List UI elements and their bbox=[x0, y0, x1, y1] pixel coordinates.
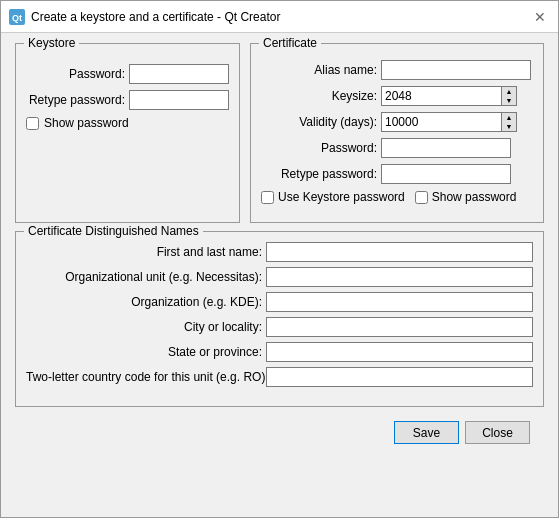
dn-section: Certificate Distinguished Names First an… bbox=[15, 231, 544, 407]
cert-keysize-up-button[interactable]: ▲ bbox=[502, 87, 516, 96]
dn-state-input[interactable] bbox=[266, 342, 533, 362]
certificate-title: Certificate bbox=[259, 36, 321, 50]
dn-org-unit-row: Organizational unit (e.g. Necessitas): bbox=[26, 267, 533, 287]
cert-keysize-label: Keysize: bbox=[261, 89, 381, 103]
cert-use-keystore-checkbox[interactable] bbox=[261, 191, 274, 204]
keystore-password-label: Password: bbox=[26, 67, 129, 81]
footer: Save Close bbox=[15, 415, 544, 452]
dn-first-last-row: First and last name: bbox=[26, 242, 533, 262]
dn-org-input[interactable] bbox=[266, 292, 533, 312]
cert-retype-label: Retype password: bbox=[261, 167, 381, 181]
keystore-retype-row: Retype password: bbox=[26, 90, 229, 110]
cert-alias-input[interactable] bbox=[381, 60, 531, 80]
dn-city-input[interactable] bbox=[266, 317, 533, 337]
cert-inner: Alias name: Keysize: ▲ ▼ bbox=[261, 54, 533, 204]
content-area: Keystore Password: Retype password: Show… bbox=[1, 33, 558, 517]
save-button[interactable]: Save bbox=[394, 421, 459, 444]
dn-country-label: Two-letter country code for this unit (e… bbox=[26, 370, 266, 384]
cert-retype-input[interactable] bbox=[381, 164, 511, 184]
dn-org-row: Organization (e.g. KDE): bbox=[26, 292, 533, 312]
titlebar: Qt Create a keystore and a certificate -… bbox=[1, 1, 558, 33]
svg-text:Qt: Qt bbox=[12, 13, 22, 23]
cert-validity-spinbox-buttons: ▲ ▼ bbox=[501, 112, 517, 132]
dn-org-label: Organization (e.g. KDE): bbox=[26, 295, 266, 309]
dn-org-unit-label: Organizational unit (e.g. Necessitas): bbox=[26, 270, 266, 284]
keystore-inner: Password: Retype password: Show password bbox=[26, 54, 229, 130]
main-window: Qt Create a keystore and a certificate -… bbox=[0, 0, 559, 518]
keystore-panel: Keystore Password: Retype password: Show… bbox=[15, 43, 240, 223]
cert-validity-row: Validity (days): ▲ ▼ bbox=[261, 112, 533, 132]
dn-first-last-input[interactable] bbox=[266, 242, 533, 262]
cert-validity-down-button[interactable]: ▼ bbox=[502, 122, 516, 131]
close-button[interactable]: ✕ bbox=[530, 7, 550, 27]
cert-retype-row: Retype password: bbox=[261, 164, 533, 184]
cert-keysize-spinbox-buttons: ▲ ▼ bbox=[501, 86, 517, 106]
dn-org-unit-input[interactable] bbox=[266, 267, 533, 287]
cert-keysize-spinbox: ▲ ▼ bbox=[381, 86, 517, 106]
cert-validity-up-button[interactable]: ▲ bbox=[502, 113, 516, 122]
cert-validity-input[interactable] bbox=[381, 112, 501, 132]
dn-title: Certificate Distinguished Names bbox=[24, 224, 203, 238]
window-title: Create a keystore and a certificate - Qt… bbox=[31, 10, 280, 24]
dn-state-label: State or province: bbox=[26, 345, 266, 359]
top-panels: Keystore Password: Retype password: Show… bbox=[15, 43, 544, 223]
titlebar-left: Qt Create a keystore and a certificate -… bbox=[9, 9, 280, 25]
dn-first-last-label: First and last name: bbox=[26, 245, 266, 259]
keystore-show-password-label[interactable]: Show password bbox=[44, 116, 129, 130]
cert-use-keystore-label[interactable]: Use Keystore password bbox=[278, 190, 405, 204]
cert-alias-label: Alias name: bbox=[261, 63, 381, 77]
cert-password-row: Password: bbox=[261, 138, 533, 158]
keystore-retype-label: Retype password: bbox=[26, 93, 129, 107]
dn-city-label: City or locality: bbox=[26, 320, 266, 334]
cert-keysize-down-button[interactable]: ▼ bbox=[502, 96, 516, 105]
dn-city-row: City or locality: bbox=[26, 317, 533, 337]
dn-country-row: Two-letter country code for this unit (e… bbox=[26, 367, 533, 387]
cert-alias-row: Alias name: bbox=[261, 60, 533, 80]
cert-use-keystore-group: Use Keystore password bbox=[261, 190, 405, 204]
keystore-title: Keystore bbox=[24, 36, 79, 50]
cert-show-password-checkbox[interactable] bbox=[415, 191, 428, 204]
dn-country-input[interactable] bbox=[266, 367, 533, 387]
cert-checkbox-row: Use Keystore password Show password bbox=[261, 190, 533, 204]
cert-show-password-label[interactable]: Show password bbox=[432, 190, 517, 204]
certificate-panel: Certificate Alias name: Keysize: ▲ ▼ bbox=[250, 43, 544, 223]
cert-keysize-row: Keysize: ▲ ▼ bbox=[261, 86, 533, 106]
cert-password-input[interactable] bbox=[381, 138, 511, 158]
keystore-password-input[interactable] bbox=[129, 64, 229, 84]
cert-password-label: Password: bbox=[261, 141, 381, 155]
keystore-show-password-row: Show password bbox=[26, 116, 229, 130]
cert-keysize-input[interactable] bbox=[381, 86, 501, 106]
close-button[interactable]: Close bbox=[465, 421, 530, 444]
keystore-password-row: Password: bbox=[26, 64, 229, 84]
app-icon: Qt bbox=[9, 9, 25, 25]
cert-validity-spinbox: ▲ ▼ bbox=[381, 112, 517, 132]
keystore-show-password-checkbox[interactable] bbox=[26, 117, 39, 130]
cert-validity-label: Validity (days): bbox=[261, 115, 381, 129]
cert-show-password-group: Show password bbox=[415, 190, 517, 204]
dn-state-row: State or province: bbox=[26, 342, 533, 362]
keystore-retype-input[interactable] bbox=[129, 90, 229, 110]
